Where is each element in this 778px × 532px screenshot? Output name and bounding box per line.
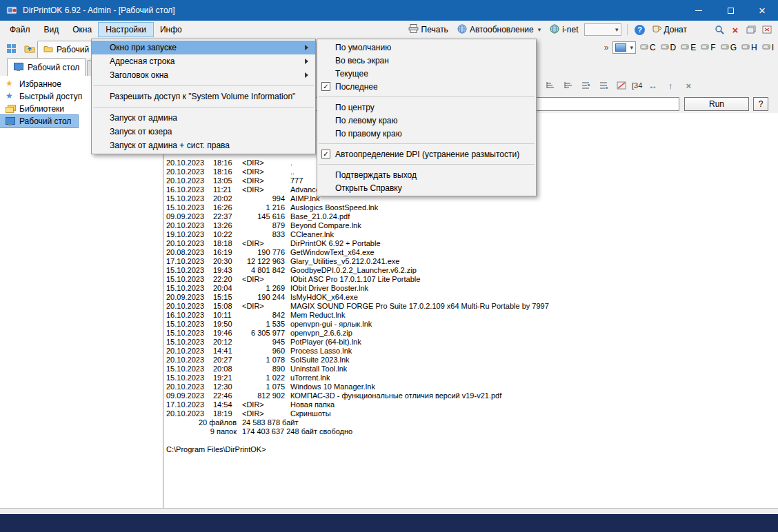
menu-item[interactable]: ✓ Заголовок окна	[92, 68, 315, 82]
listing-row: 19.10.2023 10:22 833 CCleaner.lnk	[166, 230, 778, 239]
file-size: 833	[242, 230, 285, 239]
submenu-item[interactable]: ✓ Последнее	[317, 80, 536, 93]
maximize-button[interactable]	[715, 0, 746, 21]
listing-row: 09.09.2023 22:46 812 902 КОМПАС-3D - фун…	[166, 391, 778, 400]
help-icon[interactable]	[633, 23, 647, 37]
submenu-item-label: По левому краю	[335, 116, 518, 125]
submenu-item[interactable]: ✓ По умолчанию	[317, 41, 536, 54]
donate-button[interactable]: Донат	[649, 23, 690, 37]
remove-icon[interactable]: ×	[681, 78, 696, 93]
sidebar-tab[interactable]: Рабочий стол	[7, 58, 86, 76]
submenu-item[interactable]: ✓ По центру	[317, 101, 536, 114]
submenu-item[interactable]: ✓ По левому краю	[317, 114, 536, 127]
file-date: 09.09.2023	[166, 212, 208, 221]
submenu-item[interactable]: ✓ Автоопределение DPI (устранение размыт…	[317, 147, 536, 161]
tree-item[interactable]: Избранное	[0, 78, 68, 90]
print-button[interactable]: Печать	[405, 23, 452, 37]
file-time: 16:26	[213, 203, 237, 212]
tree-item[interactable]: Библиотеки	[0, 103, 71, 115]
submenu-arrow-icon	[305, 72, 308, 78]
menu-item[interactable]: ✓ Запуск от админа + сист. права	[92, 139, 315, 152]
help-button[interactable]: ?	[753, 97, 768, 111]
menubar-item[interactable]: Вид	[37, 23, 66, 37]
file-time: 15:15	[213, 293, 237, 302]
file-time: 20:27	[213, 356, 237, 365]
tree-item[interactable]: Рабочий стол	[0, 115, 78, 127]
file-date: 20.08.2023	[166, 248, 208, 257]
drive-button[interactable]: E	[681, 43, 696, 52]
menubar-item[interactable]: Инфо	[153, 23, 189, 37]
drive-buttons: C D E F	[640, 43, 774, 52]
drive-button[interactable]: F	[701, 43, 715, 52]
search-icon[interactable]	[712, 23, 726, 37]
file-date: 20.10.2023	[166, 356, 208, 365]
submenu-item[interactable]: ✓ Открыть Справку	[317, 181, 536, 194]
listing-row: 20.10.2023 15:08 <DIR> MAGIX SOUND FORGE…	[166, 302, 778, 311]
grid-view-button[interactable]	[3, 40, 19, 57]
file-name: IObit Driver Booster.lnk	[290, 284, 778, 293]
quick-access-icon	[5, 92, 16, 101]
globe-icon	[550, 24, 559, 36]
menubar-item[interactable]: Настройки	[99, 23, 153, 37]
menu-item-label: Запуск от админа	[110, 113, 297, 123]
menu-item[interactable]: ✓ Адресная строка	[92, 54, 315, 68]
submenu-item[interactable]: ✓ Во весь экран	[317, 54, 536, 67]
file-date: 15.10.2023	[166, 284, 208, 293]
file-size: 1 216	[242, 203, 285, 212]
file-name: Base_21.0.24.pdf	[290, 212, 778, 221]
exclude-icon[interactable]	[614, 78, 629, 93]
drive-button[interactable]: C	[640, 43, 656, 52]
tree-level-2-icon[interactable]	[560, 78, 575, 93]
inet-button[interactable]: i-net	[546, 23, 581, 37]
menubar-item[interactable]: Файл	[3, 23, 37, 37]
file-time: 15:08	[213, 302, 237, 311]
close-button[interactable]	[746, 0, 778, 21]
file-date: 17.10.2023	[166, 400, 208, 409]
tree-expand-icon[interactable]	[578, 78, 593, 93]
submenu-item[interactable]: ✓ Подтверждать выход	[317, 168, 536, 181]
swap-arrows-icon[interactable]: ↔	[645, 78, 660, 93]
drive-button[interactable]: I	[762, 43, 774, 52]
tree-collapse-icon[interactable]	[596, 78, 611, 93]
app-icon	[6, 5, 17, 16]
windows-icon[interactable]	[744, 23, 758, 37]
inet-select[interactable]: ▾	[584, 23, 621, 36]
file-name: GoodbyeDPI.0.2.2_Launcher.v6.2.zip	[290, 266, 778, 275]
autoupdate-button[interactable]: Автообновление ▾	[454, 23, 544, 37]
summary-row: 20 файлов 24 583 878 байт	[166, 418, 778, 427]
submenu-item[interactable]: ✓ Текущее	[317, 67, 536, 80]
run-button[interactable]: Run	[684, 97, 749, 111]
file-time: 11:21	[213, 185, 237, 194]
minimize-button[interactable]	[683, 0, 715, 21]
drive-button[interactable]: G	[721, 43, 737, 52]
tree-item-label: Рабочий стол	[19, 116, 71, 126]
file-time: 13:05	[213, 176, 237, 185]
tree-level-1-icon[interactable]	[542, 78, 557, 93]
file-size: 1 535	[242, 320, 285, 329]
up-folder-button[interactable]	[21, 40, 38, 57]
donate-label: Донат	[664, 25, 687, 34]
up-arrow-icon[interactable]: ↑	[663, 78, 678, 93]
file-time: 19:43	[213, 266, 237, 275]
close-window-icon[interactable]	[760, 23, 774, 37]
menubar-item[interactable]: Окна	[66, 23, 99, 37]
drive-button[interactable]: D	[661, 43, 677, 52]
workspace-tab[interactable]: Рабочий	[37, 41, 98, 58]
menu-item[interactable]: ✓ Запуск от юзера	[92, 125, 315, 139]
listing-row: 15.10.2023 20:04 1 269 IObit Driver Boos…	[166, 284, 778, 293]
tree-item[interactable]: Быстрый доступ	[0, 90, 89, 103]
color-picker-button[interactable]: ▾	[612, 41, 636, 54]
clear-icon[interactable]	[728, 23, 742, 37]
submenu-item[interactable]: ✓ По правому краю	[317, 127, 536, 140]
menu-item[interactable]: ✓ Запуск от админа	[92, 111, 315, 125]
submenu-item-label: По умолчанию	[335, 43, 518, 52]
file-name: Новая папка	[290, 400, 778, 409]
menu-item[interactable]: ✓ Окно при запуске	[92, 41, 315, 54]
drive-icon	[721, 43, 729, 52]
file-time: 14:54	[213, 400, 237, 409]
file-date: 17.10.2023	[166, 257, 208, 266]
menu-item[interactable]: ✓ Разрешить доступ к "System Volume Info…	[92, 90, 315, 103]
overflow-chevron-icon[interactable]: »	[604, 43, 609, 52]
desktop-icon	[5, 117, 16, 126]
drive-button[interactable]: H	[741, 43, 757, 52]
